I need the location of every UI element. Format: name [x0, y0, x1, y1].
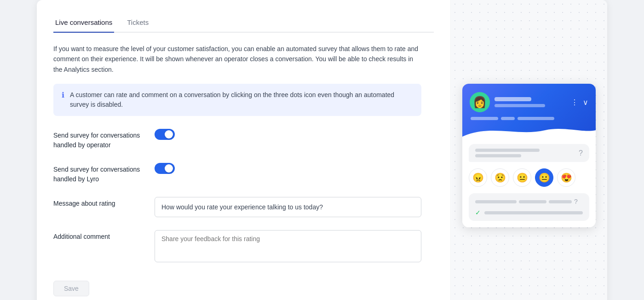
survey-operator-label: Send survey for conversations handled by… [53, 129, 155, 150]
preview-panel: 👩 ⋮ ∨ [451, 0, 607, 300]
survey-operator-toggle[interactable] [155, 129, 175, 140]
survey-lyro-label: Send survey for conversations handled by… [53, 163, 155, 184]
tab-live-conversations[interactable]: Live conversations [53, 15, 114, 33]
preview-follow-up: ? ✓ [469, 193, 589, 221]
follow-bar-1 [475, 200, 517, 203]
info-box-text: A customer can rate and comment on a con… [70, 90, 413, 110]
preview-question-bubble: ? [469, 144, 589, 162]
preview-name-bar [494, 97, 531, 101]
preview-question-bars [475, 149, 574, 157]
survey-lyro-toggle[interactable] [155, 163, 175, 174]
chevron-down-icon[interactable]: ∨ [583, 98, 588, 107]
q-bar-1 [475, 149, 540, 152]
check-bar [484, 211, 583, 214]
preview-check-row: ✓ [475, 209, 583, 216]
tab-tickets[interactable]: Tickets [125, 15, 150, 33]
info-icon: ℹ [62, 91, 64, 99]
message-rating-row: Message about rating [53, 197, 421, 217]
emoji-3[interactable]: 😐 [513, 168, 531, 187]
preview-follow-bars: ? [475, 198, 583, 205]
survey-operator-row: Send survey for conversations handled by… [53, 129, 421, 150]
emoji-1[interactable]: 😠 [469, 168, 487, 187]
preview-header-icons: ⋮ ∨ [571, 98, 588, 107]
preview-emojis: 😠 😟 😐 😐 😍 [469, 168, 589, 187]
status-pill-3 [518, 117, 554, 120]
status-pill-2 [501, 117, 515, 120]
message-rating-input[interactable] [155, 197, 421, 217]
preview-status-bar [470, 117, 588, 120]
emoji-5[interactable]: 😍 [557, 168, 575, 187]
preview-sub-bar [494, 104, 545, 107]
description-text: If you want to measure the level of your… [53, 44, 421, 75]
preview-avatar: 👩 [470, 92, 490, 112]
additional-comment-input[interactable] [155, 230, 421, 262]
save-button[interactable]: Save [53, 281, 89, 296]
preview-body: ? 😠 😟 😐 😐 😍 ? [462, 137, 596, 227]
survey-lyro-slider [155, 163, 175, 174]
preview-header: 👩 ⋮ ∨ [462, 84, 596, 137]
preview-user-info [494, 97, 571, 107]
preview-widget: 👩 ⋮ ∨ [462, 84, 596, 227]
follow-question-mark: ? [574, 198, 578, 205]
message-rating-label: Message about rating [53, 197, 155, 208]
emoji-2[interactable]: 😟 [491, 168, 509, 187]
q-bar-2 [475, 154, 521, 157]
info-box: ℹ A customer can rate and comment on a c… [53, 84, 421, 116]
survey-operator-toggle-wrapper [155, 129, 175, 140]
emoji-4[interactable]: 😐 [535, 168, 553, 187]
header-wave [462, 124, 596, 137]
survey-lyro-row: Send survey for conversations handled by… [53, 163, 421, 184]
tabs-bar: Live conversations Tickets [53, 15, 434, 33]
three-dots-icon[interactable]: ⋮ [571, 98, 578, 107]
additional-comment-row: Additional comment [53, 230, 421, 262]
preview-header-top: 👩 ⋮ ∨ [470, 92, 588, 112]
survey-operator-slider [155, 129, 175, 140]
check-icon: ✓ [475, 209, 481, 216]
follow-bar-3 [549, 200, 572, 203]
status-pill-1 [471, 117, 498, 120]
question-mark: ? [579, 149, 583, 157]
additional-comment-label: Additional comment [53, 230, 155, 242]
survey-lyro-toggle-wrapper [155, 163, 175, 174]
follow-bar-2 [519, 200, 546, 203]
